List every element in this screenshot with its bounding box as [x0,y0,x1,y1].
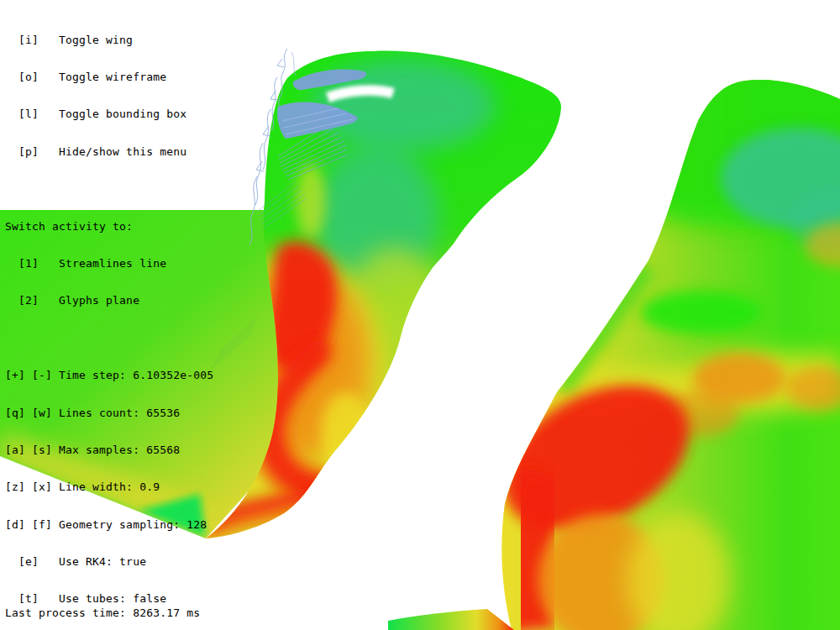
menu-line: [z] [x] Line width: 0.9 [5,481,240,494]
menu-line: [+] [-] Time step: 6.10352e-005 [5,370,240,382]
menu-line: [l] Toggle bounding box [5,108,240,121]
menu-line: [d] [f] Geometry sampling: 128 [5,519,240,532]
menu-line [5,333,240,345]
menu-line: [p] Hide/show this menu [5,146,240,159]
keyboard-shortcut-menu: [i] Toggle wing [o] Toggle wireframe [l]… [5,9,240,630]
menu-line: [o] Toggle wireframe [5,71,240,84]
menu-line: [1] Streamlines line [5,258,240,270]
menu-line [5,183,240,196]
menu-line: [i] Toggle wing [5,34,240,47]
menu-line: [t] Use tubes: false [5,593,240,606]
status-readout: Last process time: 8263.17 ms [5,607,200,620]
menu-line: Switch activity to: [5,221,240,234]
menu-line: [a] [s] Max samples: 65568 [5,444,240,457]
menu-line: [2] Glyphs plane [5,295,240,307]
menu-line: [q] [w] Lines count: 65536 [5,407,240,420]
menu-line: [e] Use RK4: true [5,556,240,569]
app-window: [i] Toggle wing [o] Toggle wireframe [l]… [0,0,840,630]
